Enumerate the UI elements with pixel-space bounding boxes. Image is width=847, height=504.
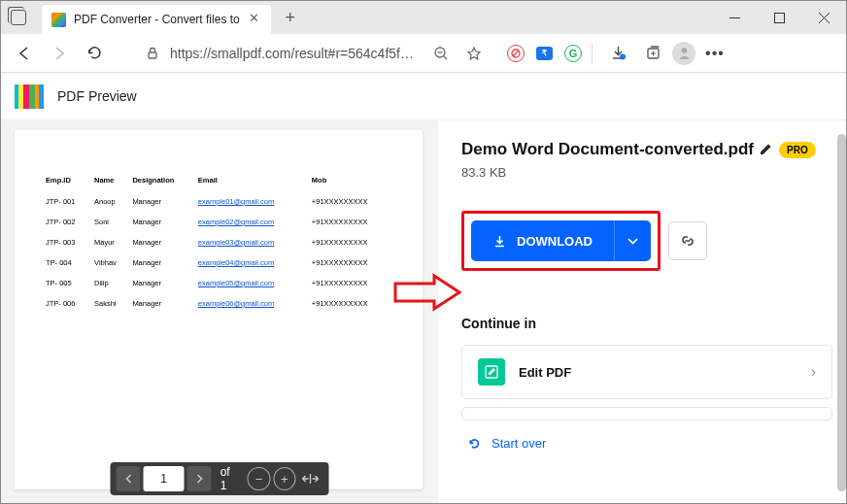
table-row: JTP- 006SakshiManagerexample06@gmail.com… [44, 294, 393, 313]
table-cell: example06@gmail.com [196, 294, 308, 313]
tab-title: PDF Converter - Convert files to [74, 13, 240, 26]
table-cell: +91XXXXXXXXX [310, 294, 393, 313]
table-cell: Mayur [92, 233, 128, 252]
downloads-icon[interactable] [602, 38, 633, 69]
extension-price-icon[interactable]: ₹ [536, 47, 553, 60]
restart-icon [467, 436, 482, 451]
pro-badge[interactable]: PRO [779, 142, 816, 158]
table-cell: Manager [130, 192, 193, 211]
table-row: TP- 005DilipManagerexample05@gmail.com+9… [44, 274, 393, 292]
table-header: Mob [310, 173, 393, 190]
menu-icon[interactable]: ••• [699, 38, 730, 69]
table-cell: +91XXXXXXXXX [310, 253, 393, 272]
share-link-button[interactable] [668, 221, 707, 260]
scrollbar[interactable] [837, 134, 846, 491]
svg-line-9 [513, 50, 519, 56]
table-cell: Manager [130, 213, 193, 231]
table-cell: example02@gmail.com [196, 213, 308, 231]
download-caret[interactable] [614, 220, 651, 261]
maximize-button[interactable] [757, 2, 801, 33]
prev-page-button[interactable] [117, 466, 141, 491]
zoom-out-button[interactable]: − [248, 467, 270, 490]
table-cell: Manager [130, 274, 193, 292]
table-cell: JTP- 003 [44, 233, 90, 252]
svg-point-15 [681, 48, 687, 53]
table-cell: +91XXXXXXXXX [310, 213, 393, 231]
fit-width-button[interactable] [298, 466, 322, 491]
start-over-link[interactable]: Start over [461, 428, 832, 458]
refresh-button[interactable] [79, 38, 110, 69]
window-controls [712, 2, 846, 33]
rename-icon[interactable] [759, 142, 774, 157]
start-over-label: Start over [491, 436, 546, 451]
new-tab-button[interactable]: + [277, 4, 304, 31]
zoom-out-icon[interactable] [425, 38, 457, 69]
chevron-right-icon: › [811, 363, 816, 381]
table-row: JTP- 001AnoopManagerexample01@gmail.com+… [44, 192, 393, 211]
app-header: PDF Preview [1, 73, 846, 119]
svg-point-11 [620, 54, 626, 60]
zoom-in-button[interactable]: + [273, 467, 295, 490]
table-cell: Anoop [92, 192, 128, 211]
smallpdf-logo[interactable] [15, 84, 44, 109]
red-highlight-box: DOWNLOAD [461, 211, 661, 271]
edit-pdf-option[interactable]: Edit PDF › [461, 345, 832, 399]
collections-icon[interactable] [637, 38, 668, 69]
file-size: 83.3 KB [461, 165, 832, 180]
next-page-button[interactable] [187, 466, 212, 491]
pdf-page-preview[interactable]: Emp.IDNameDesignationEmailMob JTP- 001An… [15, 130, 423, 489]
preview-table: Emp.IDNameDesignationEmailMob JTP- 001An… [42, 171, 395, 315]
table-cell: +91XXXXXXXXX [310, 274, 393, 292]
edit-pdf-label: Edit PDF [519, 365, 797, 380]
svg-line-6 [444, 56, 447, 59]
table-cell: +91XXXXXXXXX [310, 192, 393, 211]
table-row: JTP- 002SoniManagerexample02@gmail.com+9… [44, 213, 393, 231]
next-option-placeholder[interactable] [461, 407, 832, 420]
lock-icon[interactable] [139, 47, 166, 60]
edit-pdf-icon [478, 358, 505, 386]
profile-icon[interactable] [672, 42, 695, 65]
browser-tab[interactable]: PDF Converter - Convert files to ✕ [42, 5, 271, 34]
table-cell: Manager [130, 233, 193, 252]
table-cell: Sakshi [92, 294, 128, 313]
svg-rect-4 [149, 52, 156, 58]
page-title: PDF Preview [57, 88, 137, 104]
table-cell: example04@gmail.com [196, 253, 308, 272]
download-label: DOWNLOAD [517, 234, 593, 249]
table-cell: example03@gmail.com [196, 233, 308, 252]
details-pane: Demo Word Document-converted.pdf PRO 83.… [438, 120, 846, 504]
address-bar: https://smallpdf.com/result#r=564c4f5f7…… [1, 34, 846, 73]
tab-favicon [51, 13, 66, 27]
extension-grammarly-icon[interactable]: G [564, 45, 582, 62]
extension-adblock-icon[interactable] [507, 45, 525, 62]
tab-manager-icon[interactable] [11, 10, 26, 25]
favorite-icon[interactable] [458, 38, 490, 69]
page-toolbar: of 1 − + [111, 462, 329, 495]
table-cell: TP- 004 [44, 253, 90, 272]
page-number-input[interactable] [144, 466, 185, 491]
annotation-arrow [393, 273, 463, 316]
separator [592, 43, 593, 64]
url-text[interactable]: https://smallpdf.com/result#r=564c4f5f7… [170, 46, 418, 61]
table-header: Name [92, 173, 128, 190]
table-cell: JTP- 002 [44, 213, 90, 231]
table-cell: example05@gmail.com [196, 274, 308, 292]
table-header: Email [196, 173, 308, 190]
table-cell: Vibhav [92, 253, 128, 272]
download-icon [492, 234, 507, 249]
minimize-button[interactable] [712, 2, 757, 33]
page-count-label: of 1 [215, 465, 245, 492]
table-header: Emp.ID [44, 173, 90, 190]
continue-label: Continue in [461, 316, 832, 331]
forward-button[interactable] [44, 38, 75, 69]
table-cell: Dilip [92, 274, 128, 292]
table-row: JTP- 003MayurManagerexample03@gmail.com+… [44, 233, 393, 252]
table-cell: TP- 005 [44, 274, 90, 292]
close-tab-button[interactable]: ✕ [248, 13, 261, 26]
download-button[interactable]: DOWNLOAD [471, 220, 651, 261]
table-cell: JTP- 001 [44, 192, 90, 211]
back-button[interactable] [9, 38, 40, 69]
close-window-button[interactable] [801, 2, 846, 33]
table-cell: example01@gmail.com [196, 192, 308, 211]
preview-pane: Emp.IDNameDesignationEmailMob JTP- 001An… [1, 120, 438, 504]
